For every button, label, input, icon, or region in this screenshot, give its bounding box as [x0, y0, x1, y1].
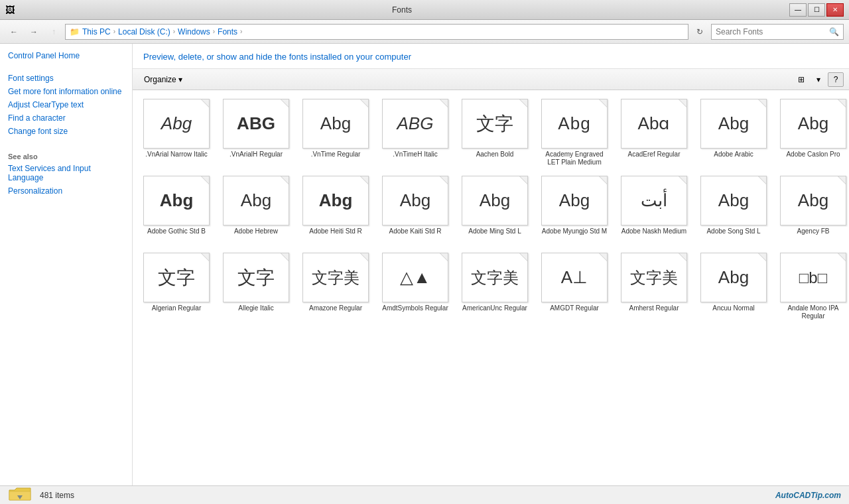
sidebar: Control Panel Home Font settings Get mor… — [0, 44, 133, 485]
font-item[interactable]: AbgAdobe Kaiti Std R — [377, 172, 454, 247]
font-icon: Abg — [541, 99, 608, 149]
font-icon: Abg — [382, 176, 448, 225]
font-item[interactable]: AbgAdobe Gothic Std B — [138, 172, 215, 247]
font-item[interactable]: 文字美Amherst Regular — [616, 249, 692, 324]
status-folder-icon — [8, 486, 32, 504]
font-preview: 文字美 — [312, 267, 359, 288]
font-preview: 文字美 — [471, 267, 519, 288]
font-icon: A⊥ — [541, 253, 608, 302]
font-item[interactable]: □b□Andale Mono IPA Regular — [775, 249, 849, 324]
font-icon: Abg — [700, 176, 767, 225]
font-name: Agency FB — [797, 227, 830, 235]
font-item[interactable]: AbgAgency FB — [775, 172, 849, 247]
content-header: Preview, delete, or show and hide the fo… — [133, 44, 849, 69]
font-name: Ancuu Normal — [712, 304, 754, 312]
font-item[interactable]: ABG.VnTimeH Italic — [377, 95, 454, 170]
font-item[interactable]: 文字Allegie Italic — [218, 249, 294, 324]
minimize-button[interactable]: — — [789, 3, 807, 17]
help-button[interactable]: ? — [828, 72, 844, 87]
font-icon: Abg — [462, 176, 528, 225]
font-preview: أبت — [641, 190, 667, 211]
font-item[interactable]: AbɑAcadEref Regular — [616, 95, 692, 170]
sidebar-font-settings[interactable]: Font settings — [0, 72, 132, 85]
navigation-bar: ← → ↑ 📁 This PC › Local Disk (C:) › Wind… — [0, 20, 849, 44]
sidebar-change-font-size[interactable]: Change font size — [0, 125, 132, 138]
font-item[interactable]: AbgAncuu Normal — [695, 249, 772, 324]
sidebar-control-panel-home[interactable]: Control Panel Home — [0, 49, 132, 62]
font-icon: 文字 — [462, 99, 528, 149]
font-preview: Abg — [319, 190, 353, 211]
back-button[interactable]: ← — [5, 24, 23, 40]
font-item[interactable]: AbgAdobe Song Std L — [695, 172, 772, 247]
font-preview: 文字美 — [630, 267, 678, 288]
font-icon: Abg — [541, 176, 608, 225]
font-name: .VnArialH Regular — [229, 151, 283, 158]
font-icon: ABG — [382, 99, 448, 149]
font-icon: Abg — [302, 176, 369, 225]
font-name: Allegie Italic — [238, 304, 273, 312]
font-name: Adobe Caslon Pro — [786, 151, 840, 158]
font-name: Adobe Ming Std L — [468, 227, 521, 235]
organize-button[interactable]: Organize ▾ — [138, 72, 188, 88]
font-preview: Abg — [559, 190, 590, 211]
sidebar-text-services[interactable]: Text Services and Input Language — [0, 162, 132, 184]
search-input[interactable] — [716, 27, 826, 36]
breadcrumb-this-pc[interactable]: This PC — [82, 27, 111, 36]
sidebar-find-character[interactable]: Find a character — [0, 111, 132, 125]
font-item[interactable]: AbgAdobe Caslon Pro — [775, 95, 849, 170]
font-item[interactable]: 文字Algerian Regular — [138, 249, 215, 324]
view-large-icon-button[interactable]: ⊞ — [793, 72, 809, 87]
font-item[interactable]: Abg.VnTime Regular — [297, 95, 374, 170]
font-name: Aachen Bold — [476, 151, 514, 158]
sidebar-adjust-cleartype[interactable]: Adjust ClearType text — [0, 98, 132, 111]
font-preview: □b□ — [799, 269, 827, 287]
view-options-button[interactable]: ▾ — [811, 72, 826, 87]
font-item[interactable]: AbgAdobe Ming Std L — [456, 172, 533, 247]
forward-button[interactable]: → — [25, 24, 42, 40]
up-button[interactable]: ↑ — [45, 24, 62, 40]
sidebar-get-font-info[interactable]: Get more font information online — [0, 85, 132, 98]
font-item[interactable]: ABG.VnArialH Regular — [218, 95, 294, 170]
breadcrumb-fonts[interactable]: Fonts — [218, 27, 237, 36]
organize-dropdown-icon: ▾ — [178, 75, 182, 84]
address-bar: 📁 This PC › Local Disk (C:) › Windows › … — [65, 24, 688, 40]
font-item[interactable]: AbgAdobe Hebrew — [218, 172, 294, 247]
font-name: Amherst Regular — [629, 304, 679, 312]
font-preview: Abg — [798, 113, 828, 134]
font-icon: □b□ — [780, 253, 846, 302]
font-name: AcadEref Regular — [628, 151, 681, 158]
font-icon: Abg — [700, 253, 767, 302]
close-button[interactable]: ✕ — [826, 3, 844, 17]
font-icon: Abg — [700, 99, 767, 149]
font-item[interactable]: A⊥AMGDT Regular — [536, 249, 613, 324]
font-item[interactable]: AbgAdobe Myungjo Std M — [536, 172, 613, 247]
maximize-button[interactable]: ☐ — [808, 3, 825, 17]
font-item[interactable]: أبتAdobe Naskh Medium — [616, 172, 692, 247]
font-item[interactable]: 文字美Amazone Regular — [297, 249, 374, 324]
font-name: Adobe Heiti Std R — [309, 227, 362, 235]
font-icon: 文字 — [223, 253, 289, 302]
font-item[interactable]: AbgAdobe Heiti Std R — [297, 172, 374, 247]
fonts-grid-container: Abg.VnArial Narrow ItalicABG.VnArialH Re… — [133, 90, 849, 485]
font-name: Adobe Naskh Medium — [621, 227, 686, 235]
sidebar-personalization[interactable]: Personalization — [0, 184, 132, 198]
refresh-button[interactable]: ↻ — [691, 24, 708, 40]
status-bar: 481 items AutoCADTip.com — [0, 485, 849, 504]
font-preview: Abg — [400, 190, 430, 211]
font-item[interactable]: 文字美AmericanUnc Regular — [456, 249, 533, 324]
app-icon: 🖼 — [5, 5, 15, 15]
font-item[interactable]: △▲AmdtSymbols Regular — [377, 249, 454, 324]
breadcrumb-local-disk[interactable]: Local Disk (C:) — [118, 27, 170, 36]
font-item[interactable]: AbgAcademy Engraved LET Plain Medium — [536, 95, 613, 170]
font-item[interactable]: Abg.VnArial Narrow Italic — [138, 95, 215, 170]
fonts-grid: Abg.VnArial Narrow ItalicABG.VnArialH Re… — [138, 95, 844, 324]
font-name: Adobe Gothic Std B — [147, 227, 206, 235]
font-item[interactable]: AbgAdobe Arabic — [695, 95, 772, 170]
font-preview: Abg — [241, 190, 271, 211]
font-name: Adobe Myungjo Std M — [542, 227, 607, 235]
font-name: .VnTime Regular — [311, 151, 361, 158]
breadcrumb-windows[interactable]: Windows — [178, 27, 210, 36]
font-icon: 文字美 — [621, 253, 687, 302]
font-item[interactable]: 文字Aachen Bold — [456, 95, 533, 170]
window-title: Fonts — [15, 5, 789, 15]
